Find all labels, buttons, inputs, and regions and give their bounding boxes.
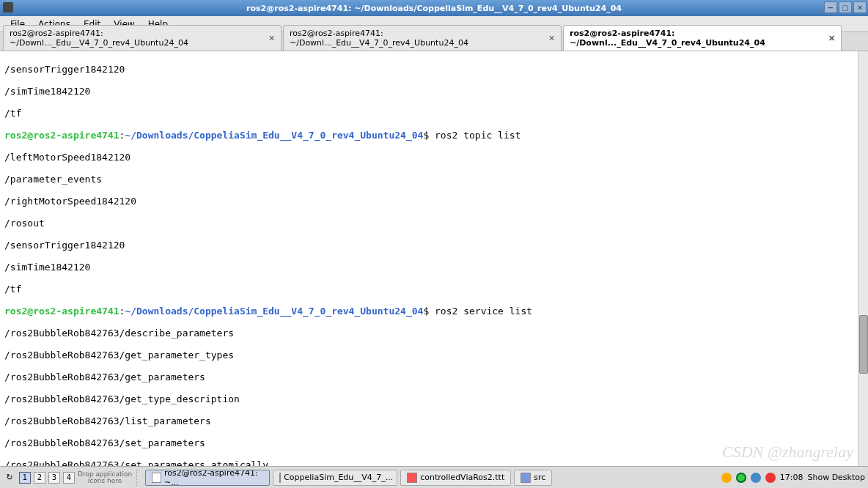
terminal-output[interactable]: /sensorTrigger1842120 /simTime1842120 /t…	[0, 51, 868, 466]
tab-close-icon[interactable]: ✕	[828, 34, 835, 43]
maximize-button[interactable]: ▢	[839, 1, 852, 13]
output-line: /ros2BubbleRob842763/get_type_descriptio…	[4, 393, 864, 404]
output-line: /leftMotorSpeed1842120	[4, 152, 864, 163]
terminal-tab-1[interactable]: ros2@ros2-aspire4741: ~/Downl..._Edu__V4…	[3, 25, 282, 51]
cycle-windows-icon[interactable]: ↻	[3, 471, 16, 484]
app-icon	[279, 473, 281, 483]
command-text: ros2 topic list	[429, 130, 521, 141]
output-line: /simTime1842120	[4, 86, 864, 97]
terminal-tab-2[interactable]: ros2@ros2-aspire4741: ~/Downl..._Edu__V4…	[283, 25, 562, 51]
tab-label: ros2@ros2-aspire4741: ~/Downl..._Edu__V4…	[10, 29, 264, 48]
tray-icon[interactable]	[751, 473, 761, 483]
prompt-path: ~/Downloads/CoppeliaSim_Edu__V4_7_0_rev4…	[125, 306, 423, 317]
taskbar-task-ttt[interactable]: controlledViaRos2.ttt	[400, 470, 511, 486]
folder-icon	[521, 473, 531, 483]
output-line: /ros2BubbleRob842763/describe_parameters	[4, 328, 864, 339]
terminal-tab-3[interactable]: ros2@ros2-aspire4741: ~/Downl..._Edu__V4…	[563, 25, 842, 51]
clock[interactable]: 17:08	[780, 473, 803, 482]
tray-icon[interactable]	[736, 473, 746, 483]
prompt-line: ros2@ros2-aspire4741:~/Downloads/Coppeli…	[4, 130, 864, 141]
file-icon	[407, 473, 417, 483]
taskbar-task-terminal[interactable]: ros2@ros2-aspire4741: ~...	[145, 470, 270, 486]
prompt-user: ros2@ros2-aspire4741	[4, 306, 119, 317]
window-title: ros2@ros2-aspire4741: ~/Downloads/Coppel…	[246, 4, 622, 13]
command-text: ros2 service list	[429, 306, 532, 317]
output-line: /ros2BubbleRob842763/list_parameters	[4, 415, 864, 426]
output-line: /rosout	[4, 218, 864, 229]
tab-label: ros2@ros2-aspire4741: ~/Downl..._Edu__V4…	[290, 29, 544, 48]
output-line: /simTime1842120	[4, 262, 864, 273]
minimize-button[interactable]: −	[824, 1, 837, 13]
drop-icons-label: Drop applicationicons here	[78, 471, 132, 484]
tab-close-icon[interactable]: ✕	[268, 34, 275, 43]
taskbar-task-coppeliasim[interactable]: CoppeliaSim_Edu__V4_7_...	[273, 470, 397, 486]
output-line: /ros2BubbleRob842763/get_parameter_types	[4, 350, 864, 361]
output-line: /rightMotorSpeed1842120	[4, 196, 864, 207]
prompt-path: ~/Downloads/CoppeliaSim_Edu__V4_7_0_rev4…	[125, 130, 423, 141]
window-titlebar: ros2@ros2-aspire4741: ~/Downloads/Coppel…	[0, 0, 868, 16]
tray-icon[interactable]	[721, 473, 732, 483]
workspace-1[interactable]: 1	[19, 472, 31, 484]
output-line: /sensorTrigger1842120	[4, 240, 864, 251]
output-line: /ros2BubbleRob842763/set_parameters_atom…	[4, 459, 864, 466]
show-desktop-button[interactable]: Show Desktop	[807, 473, 865, 482]
output-line: /tf	[4, 284, 864, 295]
tray-icon[interactable]	[765, 473, 776, 483]
scrollbar-thumb[interactable]	[859, 315, 868, 374]
workspace-2[interactable]: 2	[34, 472, 45, 484]
system-tray: 17:08 Show Desktop	[721, 473, 865, 483]
separator	[136, 470, 141, 486]
taskbar: ↻ 1 2 3 4 Drop applicationicons here ros…	[0, 466, 868, 488]
app-icon	[3, 2, 13, 12]
output-line: /parameter_events	[4, 174, 864, 185]
output-line: /ros2BubbleRob842763/set_parameters	[4, 437, 864, 448]
output-line: /ros2BubbleRob842763/get_parameters	[4, 371, 864, 382]
workspace-3[interactable]: 3	[48, 472, 60, 484]
close-button[interactable]: ✕	[853, 1, 867, 13]
tab-label: ros2@ros2-aspire4741: ~/Downl..._Edu__V4…	[570, 29, 824, 48]
prompt-user: ros2@ros2-aspire4741	[4, 130, 119, 141]
terminal-icon	[152, 473, 161, 483]
tab-close-icon[interactable]: ✕	[548, 34, 555, 43]
tabbar: ros2@ros2-aspire4741: ~/Downl..._Edu__V4…	[0, 32, 868, 51]
output-line: /sensorTrigger1842120	[4, 64, 864, 75]
scrollbar[interactable]	[858, 51, 868, 466]
prompt-line: ros2@ros2-aspire4741:~/Downloads/Coppeli…	[4, 306, 864, 317]
output-line: /tf	[4, 108, 864, 119]
taskbar-task-src[interactable]: src	[514, 470, 552, 486]
workspace-4[interactable]: 4	[63, 472, 75, 484]
